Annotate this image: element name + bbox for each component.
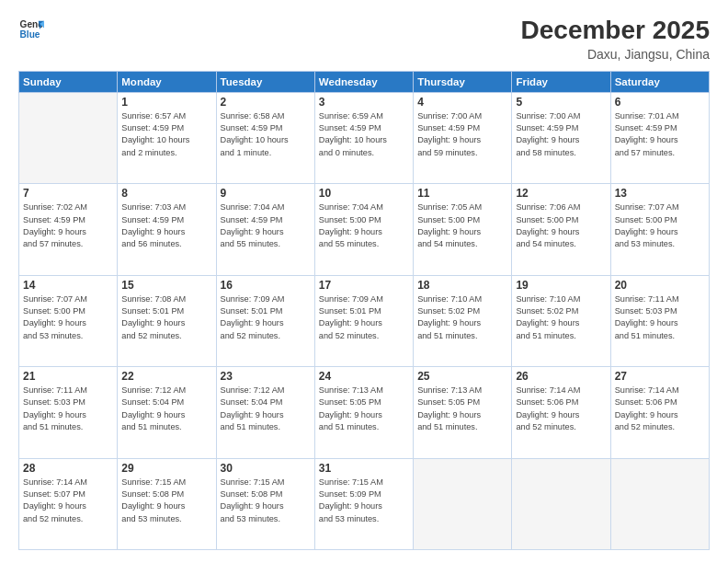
calendar-cell: 12Sunrise: 7:06 AMSunset: 5:00 PMDayligh… (512, 184, 610, 275)
cell-info: Sunrise: 7:10 AMSunset: 5:02 PMDaylight:… (516, 293, 606, 342)
calendar-cell: 22Sunrise: 7:12 AMSunset: 5:04 PMDayligh… (118, 367, 216, 458)
logo: General Blue (18, 17, 44, 42)
cell-info: Sunrise: 7:08 AMSunset: 5:01 PMDaylight:… (121, 293, 211, 342)
month-title: December 2025 (521, 17, 710, 45)
cell-info: Sunrise: 7:15 AMSunset: 5:08 PMDaylight:… (121, 477, 211, 525)
calendar-cell: 24Sunrise: 7:13 AMSunset: 5:05 PMDayligh… (314, 367, 413, 458)
calendar-cell: 10Sunrise: 7:04 AMSunset: 5:00 PMDayligh… (314, 184, 413, 275)
day-number: 18 (417, 279, 507, 292)
day-number: 22 (121, 370, 211, 383)
day-number: 17 (319, 279, 409, 292)
calendar-cell: 5Sunrise: 7:00 AMSunset: 4:59 PMDaylight… (512, 92, 610, 183)
calendar-cell: 29Sunrise: 7:15 AMSunset: 5:08 PMDayligh… (118, 458, 216, 549)
calendar-cell: 27Sunrise: 7:14 AMSunset: 5:06 PMDayligh… (610, 367, 709, 458)
day-number: 10 (319, 187, 409, 200)
cell-info: Sunrise: 7:15 AMSunset: 5:09 PMDaylight:… (319, 477, 409, 525)
day-number: 6 (615, 96, 705, 109)
calendar-cell: 4Sunrise: 7:00 AMSunset: 4:59 PMDaylight… (414, 92, 512, 183)
calendar-cell (610, 458, 709, 549)
calendar-cell: 23Sunrise: 7:12 AMSunset: 5:04 PMDayligh… (216, 367, 314, 458)
calendar-cell: 26Sunrise: 7:14 AMSunset: 5:06 PMDayligh… (512, 367, 610, 458)
day-number: 28 (23, 462, 113, 475)
calendar-cell: 14Sunrise: 7:07 AMSunset: 5:00 PMDayligh… (19, 275, 118, 366)
day-number: 1 (121, 96, 211, 109)
calendar-cell: 6Sunrise: 7:01 AMSunset: 4:59 PMDaylight… (610, 92, 709, 183)
calendar-week-row: 28Sunrise: 7:14 AMSunset: 5:07 PMDayligh… (19, 458, 710, 549)
day-number: 5 (516, 96, 606, 109)
calendar-cell: 31Sunrise: 7:15 AMSunset: 5:09 PMDayligh… (314, 458, 413, 549)
day-header-friday: Friday (512, 71, 610, 92)
cell-info: Sunrise: 6:59 AMSunset: 4:59 PMDaylight:… (319, 110, 409, 159)
day-number: 3 (319, 96, 409, 109)
calendar-cell: 28Sunrise: 7:14 AMSunset: 5:07 PMDayligh… (19, 458, 118, 549)
title-block: December 2025 Daxu, Jiangsu, China (521, 17, 710, 62)
cell-info: Sunrise: 7:13 AMSunset: 5:05 PMDaylight:… (417, 385, 507, 433)
calendar-cell: 9Sunrise: 7:04 AMSunset: 4:59 PMDaylight… (216, 184, 314, 275)
cell-info: Sunrise: 7:14 AMSunset: 5:06 PMDaylight:… (516, 385, 606, 433)
day-number: 2 (221, 96, 311, 109)
day-number: 19 (516, 279, 606, 292)
day-header-thursday: Thursday (414, 71, 512, 92)
cell-info: Sunrise: 7:04 AMSunset: 4:59 PMDaylight:… (221, 201, 311, 250)
day-number: 13 (615, 187, 705, 200)
calendar-table: SundayMondayTuesdayWednesdayThursdayFrid… (18, 71, 710, 550)
calendar-cell: 19Sunrise: 7:10 AMSunset: 5:02 PMDayligh… (512, 275, 610, 366)
day-number: 25 (417, 370, 507, 383)
cell-info: Sunrise: 7:10 AMSunset: 5:02 PMDaylight:… (417, 293, 507, 342)
calendar-week-row: 14Sunrise: 7:07 AMSunset: 5:00 PMDayligh… (19, 275, 710, 366)
calendar-cell: 30Sunrise: 7:15 AMSunset: 5:08 PMDayligh… (216, 458, 314, 549)
calendar-cell: 13Sunrise: 7:07 AMSunset: 5:00 PMDayligh… (610, 184, 709, 275)
calendar-cell: 2Sunrise: 6:58 AMSunset: 4:59 PMDaylight… (216, 92, 314, 183)
svg-text:Blue: Blue (20, 29, 40, 40)
calendar-cell: 3Sunrise: 6:59 AMSunset: 4:59 PMDaylight… (314, 92, 413, 183)
cell-info: Sunrise: 6:58 AMSunset: 4:59 PMDaylight:… (221, 110, 311, 159)
day-number: 9 (221, 187, 311, 200)
day-number: 14 (23, 279, 113, 292)
calendar-cell: 25Sunrise: 7:13 AMSunset: 5:05 PMDayligh… (414, 367, 512, 458)
header: General Blue December 2025 Daxu, Jiangsu… (18, 17, 710, 62)
day-header-monday: Monday (118, 71, 216, 92)
day-number: 23 (221, 370, 311, 383)
day-number: 30 (221, 462, 311, 475)
cell-info: Sunrise: 7:05 AMSunset: 5:00 PMDaylight:… (417, 201, 507, 250)
cell-info: Sunrise: 7:01 AMSunset: 4:59 PMDaylight:… (615, 110, 705, 159)
general-blue-logo-icon: General Blue (18, 17, 44, 42)
calendar-cell: 20Sunrise: 7:11 AMSunset: 5:03 PMDayligh… (610, 275, 709, 366)
day-number: 16 (221, 279, 311, 292)
day-number: 7 (23, 187, 113, 200)
cell-info: Sunrise: 7:14 AMSunset: 5:06 PMDaylight:… (615, 385, 705, 433)
cell-info: Sunrise: 7:11 AMSunset: 5:03 PMDaylight:… (23, 385, 113, 433)
calendar-cell: 8Sunrise: 7:03 AMSunset: 4:59 PMDaylight… (118, 184, 216, 275)
cell-info: Sunrise: 7:07 AMSunset: 5:00 PMDaylight:… (23, 293, 113, 342)
day-number: 20 (615, 279, 705, 292)
cell-info: Sunrise: 7:13 AMSunset: 5:05 PMDaylight:… (319, 385, 409, 433)
location-title: Daxu, Jiangsu, China (521, 47, 710, 62)
calendar-week-row: 21Sunrise: 7:11 AMSunset: 5:03 PMDayligh… (19, 367, 710, 458)
day-number: 24 (319, 370, 409, 383)
calendar-cell: 15Sunrise: 7:08 AMSunset: 5:01 PMDayligh… (118, 275, 216, 366)
calendar-cell: 18Sunrise: 7:10 AMSunset: 5:02 PMDayligh… (414, 275, 512, 366)
day-number: 12 (516, 187, 606, 200)
day-number: 4 (417, 96, 507, 109)
cell-info: Sunrise: 7:00 AMSunset: 4:59 PMDaylight:… (417, 110, 507, 159)
cell-info: Sunrise: 7:12 AMSunset: 5:04 PMDaylight:… (121, 385, 211, 433)
cell-info: Sunrise: 6:57 AMSunset: 4:59 PMDaylight:… (121, 110, 211, 159)
cell-info: Sunrise: 7:07 AMSunset: 5:00 PMDaylight:… (615, 201, 705, 250)
calendar-cell: 1Sunrise: 6:57 AMSunset: 4:59 PMDaylight… (118, 92, 216, 183)
day-number: 11 (417, 187, 507, 200)
day-number: 26 (516, 370, 606, 383)
calendar-cell: 17Sunrise: 7:09 AMSunset: 5:01 PMDayligh… (314, 275, 413, 366)
calendar-week-row: 7Sunrise: 7:02 AMSunset: 4:59 PMDaylight… (19, 184, 710, 275)
cell-info: Sunrise: 7:00 AMSunset: 4:59 PMDaylight:… (516, 110, 606, 159)
cell-info: Sunrise: 7:02 AMSunset: 4:59 PMDaylight:… (23, 201, 113, 250)
cell-info: Sunrise: 7:15 AMSunset: 5:08 PMDaylight:… (221, 477, 311, 525)
page: General Blue December 2025 Daxu, Jiangsu… (0, 0, 728, 563)
cell-info: Sunrise: 7:03 AMSunset: 4:59 PMDaylight:… (121, 201, 211, 250)
cell-info: Sunrise: 7:09 AMSunset: 5:01 PMDaylight:… (221, 293, 311, 342)
day-number: 27 (615, 370, 705, 383)
calendar-cell (414, 458, 512, 549)
calendar-cell: 16Sunrise: 7:09 AMSunset: 5:01 PMDayligh… (216, 275, 314, 366)
day-number: 8 (121, 187, 211, 200)
calendar-cell (19, 92, 118, 183)
day-number: 21 (23, 370, 113, 383)
